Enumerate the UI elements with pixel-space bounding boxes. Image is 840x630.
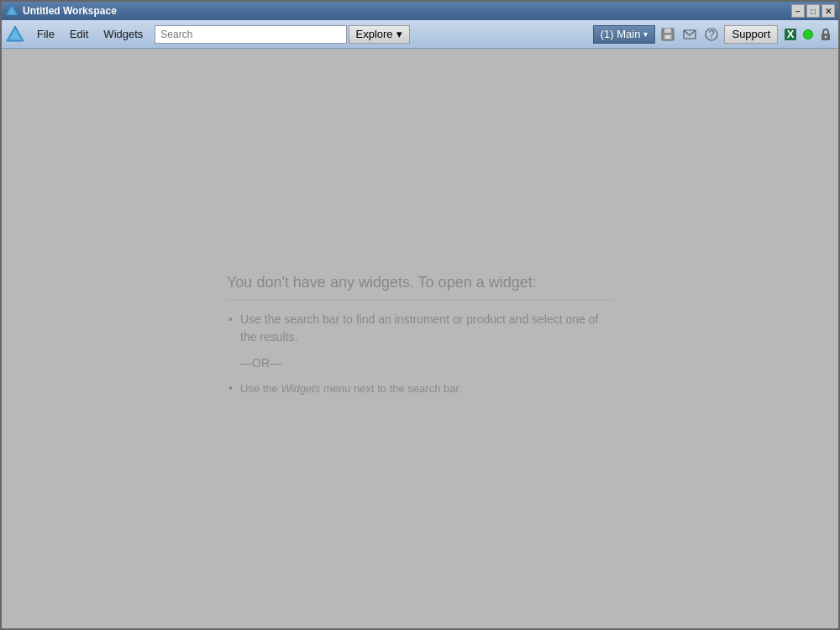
question-icon: ? (705, 28, 718, 41)
excel-icon: X (784, 28, 797, 41)
svg-rect-7 (665, 35, 670, 39)
save-button[interactable] (659, 25, 677, 44)
instruction-2-prefix: Use the (240, 382, 281, 395)
mail-icon (683, 28, 696, 41)
instruction-2-suffix: menu next to the search bar. (320, 382, 461, 395)
title-bar: Untitled Workspace − □ ✕ (2, 2, 838, 20)
widgets-menu[interactable]: Widgets (97, 25, 150, 43)
instruction-2: Use the Widgets menu next to the search … (227, 380, 613, 397)
empty-state-list-2: Use the Widgets menu next to the search … (227, 380, 613, 397)
svg-point-14 (825, 35, 827, 38)
window-controls: − □ ✕ (791, 4, 835, 18)
menu-bar: File Edit Widgets Explore ▾ (1) Main ▾ (2, 20, 838, 49)
workspace-dropdown[interactable]: (1) Main ▾ (593, 25, 656, 44)
restore-button[interactable]: □ (806, 4, 820, 18)
explore-chevron-icon: ▾ (396, 28, 402, 40)
svg-text:X: X (787, 28, 795, 40)
close-button[interactable]: ✕ (822, 4, 835, 18)
minimize-button[interactable]: − (791, 4, 805, 18)
right-controls: (1) Main ▾ ? (593, 25, 835, 44)
support-label: Support (732, 28, 770, 40)
explore-button[interactable]: Explore ▾ (349, 25, 410, 44)
svg-rect-5 (664, 29, 671, 33)
help-button[interactable]: ? (702, 25, 721, 44)
mail-button[interactable] (680, 25, 699, 44)
explore-label: Explore (356, 28, 393, 40)
title-bar-left: Untitled Workspace (5, 4, 117, 18)
empty-state: You don't have any widgets. To open a wi… (227, 274, 613, 404)
support-button[interactable]: Support (724, 25, 778, 44)
edit-menu[interactable]: Edit (63, 25, 95, 43)
main-content: You don't have any widgets. To open a wi… (2, 49, 838, 628)
file-menu[interactable]: File (30, 25, 61, 43)
save-icon (661, 28, 675, 41)
main-window: Untitled Workspace − □ ✕ File Edit Widge… (0, 0, 840, 630)
workspace-label: (1) Main (601, 28, 641, 40)
app-logo-icon (5, 4, 18, 18)
search-input[interactable] (155, 25, 346, 44)
excel-button[interactable]: X (781, 25, 800, 44)
lock-button[interactable] (816, 25, 835, 44)
svg-text:?: ? (709, 28, 715, 40)
instruction-1: Use the search bar to find an instrument… (227, 311, 613, 346)
workspace-chevron-icon: ▾ (643, 29, 648, 39)
empty-state-title: You don't have any widgets. To open a wi… (227, 274, 613, 301)
window-title: Untitled Workspace (23, 5, 117, 17)
lock-icon (819, 28, 832, 41)
empty-state-list: Use the search bar to find an instrument… (227, 311, 613, 346)
widgets-link: Widgets (281, 382, 320, 395)
menu-app-logo-icon (5, 24, 25, 45)
or-divider: —OR— (240, 356, 613, 370)
status-indicator (803, 29, 813, 39)
